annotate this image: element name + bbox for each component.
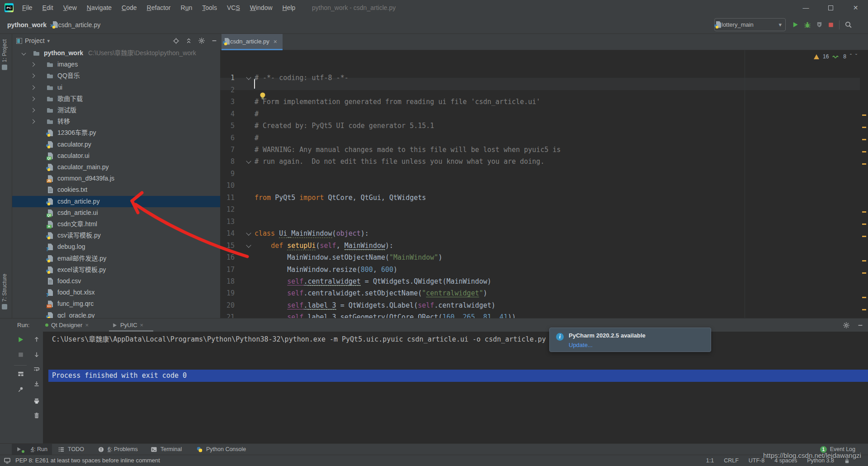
tree-item-food_hot.xlsx[interactable]: ?food_hot.xlsx	[12, 287, 220, 298]
fold-marker-icon[interactable]	[246, 243, 251, 247]
intention-bulb-icon[interactable]	[259, 92, 266, 100]
chevron-right-icon[interactable]	[31, 62, 35, 67]
breadcrumb-project[interactable]: python_work	[7, 21, 47, 29]
project-panel-title[interactable]: Project ▾	[16, 37, 50, 44]
up-icon[interactable]	[33, 336, 40, 342]
tree-item-common_d9439fa.js[interactable]: JScommon_d9439fa.js	[12, 173, 220, 184]
print-icon[interactable]	[33, 398, 40, 404]
tree-item-python_work[interactable]: python_workC:\Users\章魏康\Desktop\python_w…	[12, 48, 220, 59]
tree-item-food.csv[interactable]: food.csv	[12, 276, 220, 287]
stop-icon[interactable]	[18, 352, 24, 358]
toolwindow-tab-terminal[interactable]: Terminal	[146, 444, 186, 455]
menu-run[interactable]: Run	[176, 0, 198, 15]
prev-issue-icon[interactable]: ˆ	[850, 53, 852, 60]
chevron-right-icon[interactable]	[31, 119, 35, 124]
down-icon[interactable]	[33, 352, 40, 358]
error-stripe[interactable]	[861, 50, 868, 318]
console-tab-qt-designer[interactable]: Qt Designer ×	[45, 319, 89, 332]
menu-tools[interactable]: Tools	[197, 0, 222, 15]
status-item-crlf[interactable]: CRLF	[724, 457, 739, 464]
warning-stripe-mark[interactable]	[862, 236, 866, 237]
stop-icon[interactable]	[828, 22, 834, 28]
editor-tab-csdn-article[interactable]: csdn_article.py ×	[222, 34, 283, 50]
toolwindow-tab-6-problems[interactable]: 6: Problems	[93, 444, 142, 455]
menu-vcs[interactable]: VCS	[222, 0, 245, 15]
tree-item-csdn_article.py[interactable]: csdn_article.py	[12, 196, 220, 207]
tree-item-func_img.qrc[interactable]: <>func_img.qrc	[12, 298, 220, 309]
debug-icon[interactable]	[804, 21, 811, 29]
tree-item-qcl_oracle.py[interactable]: qcl_oracle.py	[12, 310, 220, 318]
tree-item-csdn文章.html[interactable]: Hcsdn文章.html	[12, 219, 220, 230]
toolwindow-tab-todo[interactable]: TODO	[53, 444, 89, 455]
stripe-tab-structure[interactable]: 7: Structure	[1, 274, 8, 309]
warning-stripe-mark[interactable]	[862, 309, 866, 310]
rerun-icon[interactable]	[17, 336, 24, 343]
close-button[interactable]: ✕	[843, 0, 868, 15]
warning-stripe-mark[interactable]	[862, 260, 866, 262]
tree-item-QQ音乐[interactable]: QQ音乐	[12, 70, 220, 81]
tree-item-email邮件发送.py[interactable]: email邮件发送.py	[12, 253, 220, 264]
menu-help[interactable]: Help	[278, 0, 301, 15]
settings-icon[interactable]	[843, 322, 850, 329]
collapse-all-icon[interactable]	[185, 38, 192, 44]
menu-edit[interactable]: Edit	[38, 0, 58, 15]
soft-wrap-icon[interactable]	[33, 366, 40, 373]
status-item-utf-8[interactable]: UTF-8	[749, 457, 764, 464]
chevron-down-icon[interactable]	[22, 51, 26, 56]
tree-item-转移[interactable]: 转移	[12, 116, 220, 127]
tree-item-ui[interactable]: ui	[12, 82, 220, 93]
warning-stripe-mark[interactable]	[862, 163, 866, 165]
update-link[interactable]: Update...	[569, 342, 593, 348]
warning-stripe-mark[interactable]	[862, 272, 866, 274]
tree-item-csv读写模板.py[interactable]: csv读写模板.py	[12, 230, 220, 241]
hide-icon[interactable]	[857, 322, 863, 328]
fold-marker-icon[interactable]	[246, 230, 251, 235]
tree-item-cookies.txt[interactable]: cookies.txt	[12, 184, 220, 195]
scroll-end-icon[interactable]	[33, 380, 40, 387]
menu-window[interactable]: Window	[245, 0, 278, 15]
tree-item-images[interactable]: images	[12, 59, 220, 70]
pin-icon[interactable]	[17, 386, 24, 393]
status-item-1-1[interactable]: 1:1	[706, 457, 714, 464]
run-configuration-select[interactable]: lottery_main ▾	[714, 18, 786, 31]
tree-item-csdn_article.ui[interactable]: Qtcsdn_article.ui	[12, 207, 220, 219]
inspections-widget[interactable]: 16 8 ˆ ˇ	[812, 52, 859, 61]
tree-item-caculator.py[interactable]: caculator.py	[12, 139, 220, 150]
settings-icon[interactable]	[198, 37, 205, 44]
stripe-tab-project[interactable]: 1: Project	[1, 39, 8, 70]
run-icon[interactable]	[792, 21, 799, 28]
hide-icon[interactable]	[211, 38, 217, 44]
tree-item-excel读写模板.py[interactable]: excel读写模板.py	[12, 264, 220, 276]
fold-marker-icon[interactable]	[246, 159, 251, 164]
menu-file[interactable]: File	[17, 0, 38, 15]
warning-stripe-mark[interactable]	[862, 139, 866, 140]
notification-balloon[interactable]: i PyCharm 2020.2.5 available Update...	[549, 328, 711, 352]
tree-item-测试版[interactable]: 测试版	[12, 105, 220, 116]
chevron-right-icon[interactable]	[31, 108, 35, 113]
next-issue-icon[interactable]: ˇ	[855, 53, 857, 60]
tab-close-icon[interactable]: ×	[274, 38, 277, 45]
layout-icon[interactable]	[17, 371, 24, 377]
warning-stripe-mark[interactable]	[862, 114, 866, 116]
tree-item-歌曲下载[interactable]: 歌曲下载	[12, 93, 220, 105]
chevron-right-icon[interactable]	[31, 74, 35, 78]
tab-close-icon[interactable]: ×	[85, 322, 89, 328]
tab-close-icon[interactable]: ×	[140, 322, 144, 328]
editor-body[interactable]: 12345678910111213141516171819202122 # -*…	[220, 50, 868, 318]
maximize-button[interactable]	[818, 0, 843, 15]
coverage-icon[interactable]	[816, 21, 823, 28]
tree-item-caculator.ui[interactable]: Qtcaculator.ui	[12, 150, 220, 162]
tree-item-debug.log[interactable]: ?debug.log	[12, 241, 220, 252]
warning-stripe-mark[interactable]	[862, 211, 866, 213]
breadcrumb-file[interactable]: csdn_article.py	[58, 21, 100, 29]
warning-stripe-mark[interactable]	[862, 297, 866, 298]
tree-item-12306车票.py[interactable]: 12306车票.py	[12, 127, 220, 138]
tool-window-switcher-icon[interactable]	[4, 457, 11, 464]
toolwindow-tab-python-console[interactable]: Python Console	[192, 444, 250, 455]
warning-stripe-mark[interactable]	[862, 127, 866, 128]
tree-item-caculator_main.py[interactable]: caculator_main.py	[12, 162, 220, 173]
run-console[interactable]: C:\Users\章魏康\AppData\Local\Programs\Pyth…	[43, 332, 868, 444]
menu-refactor[interactable]: Refactor	[142, 0, 176, 15]
warning-stripe-mark[interactable]	[862, 223, 866, 225]
delete-icon[interactable]	[33, 412, 40, 419]
